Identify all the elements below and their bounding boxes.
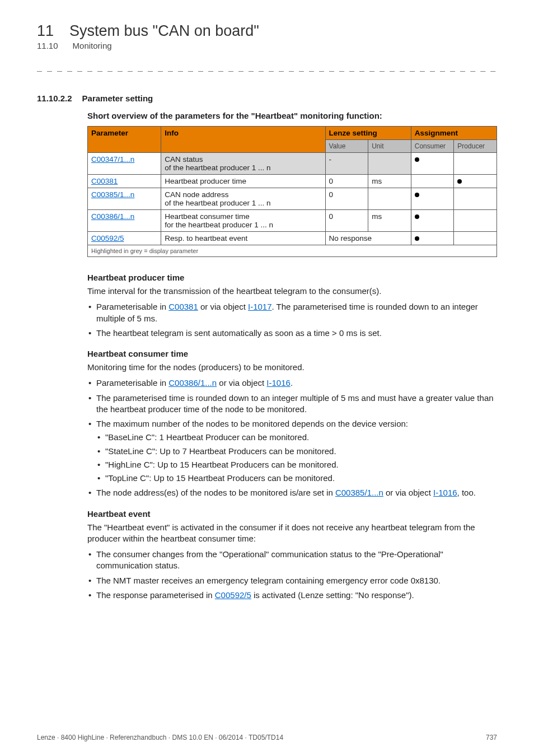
param-producer [454,188,497,210]
param-link[interactable]: C00386/1...n [91,212,134,221]
link-i1016[interactable]: I-1016 [266,378,291,388]
link-c00385[interactable]: C00385/1...n [335,488,383,497]
text: or via object [383,488,433,497]
param-info: Heartbeat consumer time for the heartbea… [161,210,325,232]
list-item: "BaseLine C": 1 Heartbeat Producer can b… [96,432,497,443]
text: Parameterisable in [96,378,168,388]
param-producer [454,175,497,188]
param-consumer [411,232,454,245]
footer-page-number: 737 [486,734,497,741]
param-info: CAN status of the heartbeat producer 1 .… [161,153,325,175]
param-info: CAN node address of the heartbeat produc… [161,188,325,210]
th-producer: Producer [454,140,497,153]
section-number: 11.10.2.2 [37,94,72,103]
list-item: Parameterisable in C00381 or via object … [87,301,497,324]
text: or via object [217,378,266,388]
param-producer [454,210,497,232]
dot-icon [415,193,419,197]
list-item: "HighLine C": Up to 15 Heartbeat Produce… [96,459,497,470]
link-i1016[interactable]: I-1016 [433,488,457,497]
hb-producer-title: Heartbeat producer time [87,273,497,282]
link-c00592-5[interactable]: C00592/5 [215,590,251,600]
list-item: The consumer changes from the "Operation… [87,549,497,572]
hb-event-para: The "Heartbeat event" is activated in th… [87,522,497,545]
text: The response parameterised in [96,590,215,600]
list-item: The NMT master receives an emergency tel… [87,575,497,586]
list-item: The node address(es) of the nodes to be … [87,487,497,498]
list-item: "TopLine C": Up to 15 Heartbeat Producer… [96,473,497,484]
text: The node address(es) of the nodes to be … [96,488,335,497]
text: or via object [198,302,248,311]
dot-icon [415,236,419,241]
param-unit [368,153,411,175]
param-link[interactable]: C00592/5 [91,234,124,242]
param-unit: ms [368,210,411,232]
param-info: Resp. to heartbeat event [161,232,325,245]
param-consumer [411,188,454,210]
dot-icon [415,214,419,219]
th-value: Value [325,140,368,153]
link-c00386[interactable]: C00386/1...n [168,378,217,388]
param-link[interactable]: C00385/1...n [91,190,134,199]
list-item: "StateLine C": Up to 7 Heartbeat Produce… [96,446,497,457]
list-item: The heartbeat telegram is sent automatic… [87,328,497,339]
param-consumer [411,175,454,188]
param-info: Heartbeat producer time [161,175,325,188]
th-parameter: Parameter [88,127,161,153]
dot-icon [415,157,419,162]
footer-left: Lenze · 8400 HighLine · Referenzhandbuch… [37,734,283,741]
param-link[interactable]: C00347/1...n [91,155,134,164]
param-unit [368,188,411,210]
link-i1017[interactable]: I-1017 [248,302,272,311]
param-unit: ms [368,175,411,188]
text: Parameterisable in [96,302,168,311]
hb-event-title: Heartbeat event [87,509,497,519]
param-value: No response [325,232,411,245]
list-item: The response parameterised in C00592/5 i… [87,590,497,601]
table-footnote: Highlighted in grey = display parameter [88,245,497,257]
text: , too. [457,488,476,497]
param-consumer [411,153,454,175]
param-value: 0 [325,188,368,210]
th-consumer: Consumer [411,140,454,153]
hb-producer-para: Time interval for the transmission of th… [87,286,497,297]
sub-title: Monitoring [73,41,112,50]
param-link[interactable]: C00381 [91,177,118,185]
param-consumer [411,210,454,232]
th-lenze-setting: Lenze setting [325,127,411,140]
th-unit: Unit [368,140,411,153]
chapter-number: 11 [37,22,54,40]
th-assignment: Assignment [411,127,496,140]
sub-number: 11.10 [37,41,58,50]
param-producer [454,153,497,175]
chapter-title: System bus "CAN on board" [69,22,259,40]
text: . [291,378,293,388]
param-producer [454,232,497,245]
param-value: - [325,153,368,175]
list-item: The parameterised time is rounded down t… [87,393,497,416]
list-item: The maximum number of the nodes to be mo… [87,418,497,484]
section-title: Parameter setting [82,94,153,103]
divider-dashes: _ _ _ _ _ _ _ _ _ _ _ _ _ _ _ _ _ _ _ _ … [37,64,497,73]
table-intro: Short overview of the parameters for the… [87,111,497,120]
param-value: 0 [325,210,368,232]
param-value: 0 [325,175,368,188]
hb-consumer-title: Heartbeat consumer time [87,349,497,358]
list-item: Parameterisable in C00386/1...n or via o… [87,377,497,389]
hb-consumer-para: Monitoring time for the nodes (producers… [87,362,497,373]
th-info: Info [161,127,325,153]
dot-icon [457,179,462,184]
text: The maximum number of the nodes to be mo… [96,419,408,428]
text: is activated (Lenze setting: "No respons… [251,590,414,600]
parameter-table: Parameter Info Lenze setting Assignment … [87,126,497,257]
link-c00381[interactable]: C00381 [168,302,198,311]
